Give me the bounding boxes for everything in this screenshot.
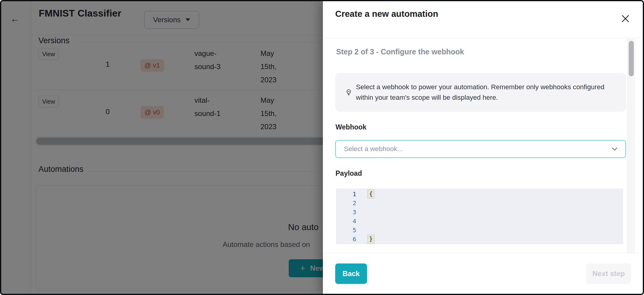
model-registry-page: ← FMNIST Classifier Versions Versions Vi… <box>0 0 323 295</box>
lightbulb-icon <box>345 89 353 96</box>
line-number: 5 <box>336 226 356 235</box>
code-line[interactable]: 1 { <box>336 190 623 199</box>
line-number: 4 <box>336 217 356 226</box>
line-number: 2 <box>336 199 356 208</box>
drawer-scrollbar-thumb[interactable] <box>629 41 634 76</box>
code-line[interactable]: 5 <box>336 226 623 235</box>
close-icon[interactable] <box>621 14 630 23</box>
modal-dim-overlay[interactable] <box>0 0 323 295</box>
create-automation-drawer: Create a new automation Step 2 of 3 - Co… <box>323 0 644 295</box>
drawer-scrollbar-track[interactable] <box>627 38 635 253</box>
drawer-title: Create a new automation <box>335 9 438 19</box>
webhook-info-box: Select a webhook to power your automatio… <box>335 73 626 112</box>
line-number: 6 <box>336 235 356 244</box>
chevron-down-icon <box>612 147 618 151</box>
code-token <box>368 208 371 216</box>
code-line[interactable]: 6 } <box>336 235 623 244</box>
code-token <box>368 226 371 234</box>
app-window: ← FMNIST Classifier Versions Versions Vi… <box>0 0 644 295</box>
payload-field-label: Payload <box>336 169 362 178</box>
drawer-header: Create a new automation <box>323 0 644 38</box>
step-indicator: Step 2 of 3 - Configure the webhook <box>336 47 464 56</box>
code-token <box>368 199 371 207</box>
drawer-footer: Back Next step <box>323 253 644 295</box>
code-line[interactable]: 4 <box>336 217 623 226</box>
code-line[interactable]: 2 <box>336 199 623 208</box>
payload-code-editor[interactable]: 1 { 2 3 4 5 6 } <box>336 189 623 244</box>
webhook-select-placeholder: Select a webhook... <box>344 145 403 153</box>
code-line[interactable]: 3 <box>336 208 623 217</box>
webhook-select[interactable]: Select a webhook... <box>335 140 626 158</box>
code-token: { <box>368 190 374 198</box>
next-step-button[interactable]: Next step <box>586 263 631 284</box>
line-number: 3 <box>336 208 356 217</box>
code-token: } <box>368 235 374 243</box>
code-token <box>368 217 371 225</box>
webhook-info-text: Select a webhook to power your automatio… <box>356 82 611 103</box>
line-number: 1 <box>336 190 356 199</box>
back-button[interactable]: Back <box>335 263 367 284</box>
webhook-field-label: Webhook <box>336 123 366 131</box>
